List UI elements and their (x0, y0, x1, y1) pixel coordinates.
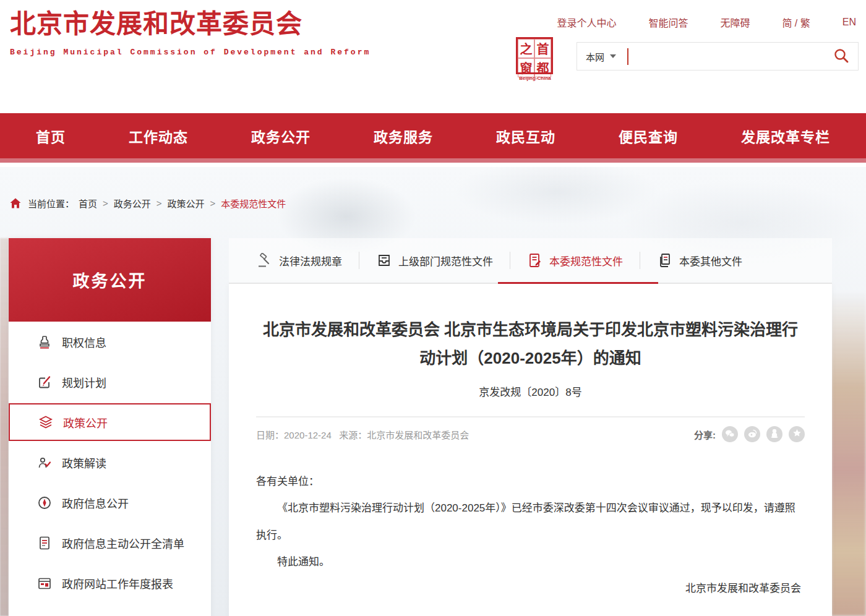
favorite-star-icon (792, 429, 802, 440)
sidebar-item-policy-disclosure[interactable]: 政策公开 (9, 403, 211, 441)
chevron-down-icon[interactable] (610, 54, 616, 58)
nav-item-public-interaction[interactable]: 政民互动 (496, 126, 555, 147)
breadcrumb-label: 当前位置： (28, 197, 74, 210)
tab-label: 本委其他文件 (679, 253, 742, 268)
link-smart-qa[interactable]: 智能问答 (648, 15, 688, 30)
search-button[interactable] (833, 48, 849, 66)
seal-char: 窗 (518, 58, 534, 77)
sidebar-item-website-annual-report[interactable]: 政府网站工作年度报表 (9, 563, 211, 603)
site-logo[interactable]: 北京市发展和改革委员会 Beijing Municipal Commission… (10, 7, 371, 57)
sidebar-item-label: 政策解读 (62, 455, 106, 471)
site-subtitle: Beijing Municipal Commission of Developm… (10, 48, 371, 57)
article-title: 北京市发展和改革委员会 北京市生态环境局关于印发北京市塑料污染治理行动计划（20… (259, 284, 803, 372)
annual-report-icon (37, 576, 52, 591)
background-photo-left-strip (0, 238, 9, 616)
sidebar-item-planning[interactable]: 规划计划 (9, 362, 211, 402)
nav-item-reform-column[interactable]: 发展改革专栏 (741, 126, 830, 147)
sidebar-title: 政务公开 (9, 238, 211, 322)
nav-item-gov-disclosure[interactable]: 政务公开 (251, 126, 311, 147)
breadcrumb-current-page: 本委规范性文件 (221, 197, 286, 210)
sidebar-item-label: 职权信息 (62, 334, 106, 350)
seal-char: 之 (518, 39, 534, 58)
share-label: 分享: (694, 428, 716, 441)
link-login-personal-center[interactable]: 登录个人中心 (557, 15, 616, 30)
search-scope-select[interactable]: 本网 (586, 50, 604, 63)
search-input[interactable] (637, 43, 833, 70)
gavel-icon (257, 253, 273, 268)
nav-item-work-dynamics[interactable]: 工作动态 (129, 126, 188, 147)
sidebar-item-policy-interpretation[interactable]: 政策解读 (9, 442, 211, 482)
sidebar-item-proactive-disclosure-list[interactable]: 政府信息主动公开全清单 (9, 523, 211, 563)
search-icon (833, 48, 849, 66)
sidebar-item-decision-catalog[interactable]: 决策目录 (9, 603, 211, 616)
breadcrumb-gov-disclosure[interactable]: 政务公开 (114, 197, 151, 210)
seal-caption: Beijing-China (516, 75, 554, 81)
share-qq-button[interactable] (766, 426, 782, 442)
tab-commission-other-docs[interactable]: 本委其他文件 (640, 238, 759, 283)
link-english[interactable]: EN (842, 17, 856, 28)
nav-item-home[interactable]: 首页 (36, 126, 66, 147)
breadcrumb: 当前位置： 首页 > 政务公开 > 政策公开 > 本委规范性文件 (10, 197, 286, 210)
salutation: 各有关单位： (256, 468, 805, 495)
doc-edit-icon (527, 253, 543, 268)
primary-nav: 首页 工作动态 政务公开 政务服务 政民互动 便民查询 发展改革专栏 (0, 113, 866, 163)
link-simplified-traditional[interactable]: 简 / 繁 (782, 15, 810, 30)
signature: 北京市发展和改革委员会 (256, 575, 805, 602)
tab-label: 本委规范性文件 (549, 253, 623, 268)
divider (256, 416, 805, 417)
share-bar: 分享: (694, 426, 805, 442)
site-search: 本网 (577, 42, 859, 71)
article-panel: 北京市发展和改革委员会 北京市生态环境局关于印发北京市塑料污染治理行动计划（20… (229, 284, 832, 616)
share-wechat-button[interactable] (722, 426, 738, 442)
publish-date: 2020-12-24 (284, 430, 332, 440)
tab-label: 法律法规规章 (279, 253, 342, 268)
breadcrumb-separator: > (210, 198, 216, 208)
source-label: 来源： (339, 430, 367, 440)
breadcrumb-separator: > (156, 198, 162, 208)
sidebar-item-gov-info-disclosure[interactable]: 政府信息公开 (9, 482, 211, 523)
favorite-star-button[interactable] (789, 426, 805, 442)
nav-item-convenience-query[interactable]: 便民查询 (619, 126, 678, 147)
site-title: 北京市发展和改革委员会 (10, 7, 371, 41)
compass-icon (37, 495, 52, 510)
tab-label: 上级部门规范性文件 (398, 253, 493, 268)
article-body: 各有关单位： 《北京市塑料污染治理行动计划（2020-2025年）》已经市委深改… (256, 468, 805, 602)
tab-laws-regulations[interactable]: 法律法规规章 (240, 238, 359, 283)
tab-commission-normative-docs[interactable]: 本委规范性文件 (510, 238, 640, 283)
pages-icon (657, 253, 673, 268)
beijing-china-seal-logo[interactable]: 之 首 窗 都 Beijing-China (516, 37, 554, 81)
sidebar-menu: 职权信息 规划计划 政策公开 政策解读 政府信息公开 (9, 322, 211, 616)
date-label: 日期： (256, 430, 284, 440)
inbox-icon (376, 253, 392, 268)
interpretation-icon (37, 455, 52, 470)
sidebar: 政务公开 职权信息 规划计划 政策公开 政策解读 (9, 238, 211, 616)
sidebar-item-label: 政策公开 (63, 414, 108, 430)
share-weibo-button[interactable] (744, 426, 760, 442)
stamp-icon (37, 335, 52, 349)
site-header: 北京市发展和改革委员会 Beijing Municipal Commission… (0, 0, 866, 113)
main-content: 法律法规规章 上级部门规范性文件 本委规范性文件 本委其他文件 北京市发展和改革… (229, 238, 832, 616)
tab-superior-normative-docs[interactable]: 上级部门规范性文件 (359, 238, 510, 283)
paragraph: 特此通知。 (256, 549, 805, 575)
link-accessibility[interactable]: 无障碍 (720, 15, 750, 30)
search-cursor-divider (627, 48, 628, 65)
sidebar-item-label: 政府信息公开 (62, 495, 129, 511)
document-tabs: 法律法规规章 上级部门规范性文件 本委规范性文件 本委其他文件 (229, 238, 832, 284)
home-icon[interactable] (10, 198, 21, 208)
sidebar-item-label: 政府信息主动公开全清单 (62, 535, 184, 551)
nav-item-gov-services[interactable]: 政务服务 (374, 126, 433, 147)
qq-icon (771, 429, 778, 440)
date-source: 日期：2020-12-24 来源：北京市发展和改革委员会 (256, 428, 469, 441)
seal-characters: 之 首 窗 都 (516, 37, 553, 74)
plan-edit-icon (37, 375, 52, 390)
seal-char: 都 (534, 58, 551, 77)
sidebar-item-label: 规划计划 (62, 374, 106, 390)
breadcrumb-policy-disclosure[interactable]: 政策公开 (168, 197, 205, 210)
sidebar-item-label: 政府网站工作年度报表 (62, 575, 173, 591)
top-utility-links: 登录个人中心 智能问答 无障碍 简 / 繁 EN (557, 15, 856, 30)
article-meta: 日期：2020-12-24 来源：北京市发展和改革委员会 分享: (256, 426, 805, 442)
document-number: 京发改规〔2020〕8号 (256, 383, 805, 399)
breadcrumb-home[interactable]: 首页 (79, 197, 97, 210)
sidebar-item-authority-info[interactable]: 职权信息 (9, 322, 211, 362)
source-name: 北京市发展和改革委员会 (367, 430, 469, 440)
